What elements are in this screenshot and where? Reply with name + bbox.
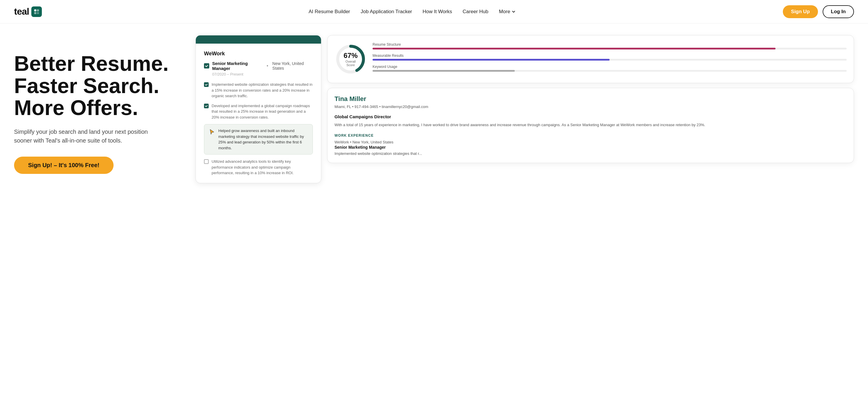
metric-bar-bg-2 xyxy=(373,59,847,61)
job-title: Senior Marketing Manager xyxy=(212,61,262,71)
score-circle-container: 67% Overall Score xyxy=(335,43,367,75)
hero-section: Better Resume. Faster Search. More Offer… xyxy=(0,23,868,228)
metric-bar-fill-3 xyxy=(373,70,515,72)
metric-bar-bg-3 xyxy=(373,70,847,72)
bullet-text-3: Helped grow awareness and built an inbou… xyxy=(218,128,308,151)
headline-line2: Faster Search. xyxy=(14,74,159,97)
chevron-down-icon xyxy=(511,9,516,14)
score-overall-label: Overall Score xyxy=(343,60,359,67)
bullet-text-2: Developed and implemented a global campa… xyxy=(212,103,313,120)
signup-button[interactable]: Sign Up xyxy=(783,5,818,18)
job-title-row: Senior Marketing Manager • New York, Uni… xyxy=(204,61,313,71)
logo-text: teal xyxy=(14,6,29,17)
nav-how-it-works[interactable]: How It Works xyxy=(423,9,452,14)
logo[interactable]: teal xyxy=(14,6,42,17)
nav-more-label: More xyxy=(499,9,510,14)
bullet-checkbox-empty xyxy=(204,159,209,164)
nav-career-hub[interactable]: Career Hub xyxy=(463,9,489,14)
hero-headline: Better Resume. Faster Search. More Offer… xyxy=(14,53,178,119)
profile-contact: Miami, FL • 917-494-3465 • tinamillernyc… xyxy=(335,104,847,109)
headline-line1: Better Resume. xyxy=(14,52,168,75)
svg-rect-0 xyxy=(34,9,36,11)
svg-rect-3 xyxy=(37,12,39,14)
hero-cta-button[interactable]: Sign Up! – It's 100% Free! xyxy=(14,157,114,174)
panel-header-bar xyxy=(196,35,321,43)
logo-icon xyxy=(31,6,42,17)
nav-links: AI Resume Builder Job Application Tracke… xyxy=(309,9,516,14)
metric-keyword-usage: Keyword Usage xyxy=(373,65,847,72)
svg-rect-2 xyxy=(34,12,36,14)
score-panel: 67% Overall Score Resume Structure Measu… xyxy=(327,35,854,83)
work-bullet: Implemented website optimization strateg… xyxy=(335,151,847,156)
bullet-text-1: Implemented website optimization strateg… xyxy=(212,82,313,99)
bullet-item-3-highlighted: Helped grow awareness and built an inbou… xyxy=(204,124,313,155)
bullet-item-4: Utilized advanced analytics tools to ide… xyxy=(204,159,313,176)
metric-label-3: Keyword Usage xyxy=(373,65,847,69)
work-role: Senior Marketing Manager xyxy=(335,145,847,150)
metric-label-2: Measurable Results xyxy=(373,54,847,58)
job-date: 07/2020 – Present xyxy=(212,72,313,77)
profile-summary: With a total of 15 years of experience i… xyxy=(335,122,847,128)
metric-label-1: Resume Structure xyxy=(373,42,847,47)
nav-job-tracker[interactable]: Job Application Tracker xyxy=(361,9,412,14)
hero-right: WeWork Senior Marketing Manager • New Yo… xyxy=(195,35,854,183)
bullet-text-4: Utilized advanced analytics tools to ide… xyxy=(212,159,313,176)
nav-ai-resume-builder[interactable]: AI Resume Builder xyxy=(309,9,350,14)
metric-bar-fill-1 xyxy=(373,48,776,50)
panel-body: WeWork Senior Marketing Manager • New Yo… xyxy=(196,43,321,183)
side-panels: 67% Overall Score Resume Structure Measu… xyxy=(327,35,854,183)
bullet-check-1 xyxy=(204,82,209,87)
login-button[interactable]: Log In xyxy=(823,5,854,18)
profile-job-title: Global Campaigns Director xyxy=(335,114,847,119)
company-name: WeWork xyxy=(204,51,313,57)
headline-line3: More Offers. xyxy=(14,96,138,119)
work-section-label: WORK EXPERIENCE xyxy=(335,133,847,138)
navbar: teal AI Resume Builder Job Application T… xyxy=(0,0,868,23)
work-company: WeWork • New York, United States xyxy=(335,140,847,144)
metric-bar-bg-1 xyxy=(373,48,847,50)
hero-subtext: Simplify your job search and land your n… xyxy=(14,127,155,145)
cursor-icon xyxy=(208,128,215,135)
metric-bar-fill-2 xyxy=(373,59,610,61)
bullet-item-2: Developed and implemented a global campa… xyxy=(204,103,313,120)
job-checkbox-checked xyxy=(204,63,209,68)
resume-editor-panel: WeWork Senior Marketing Manager • New Yo… xyxy=(195,35,321,183)
svg-rect-1 xyxy=(37,9,39,11)
score-center: 67% Overall Score xyxy=(343,52,359,67)
nav-more-dropdown[interactable]: More xyxy=(499,9,516,14)
metric-resume-structure: Resume Structure xyxy=(373,42,847,50)
profile-name: Tina Miller xyxy=(335,95,847,103)
metric-measurable-results: Measurable Results xyxy=(373,54,847,61)
hero-left: Better Resume. Faster Search. More Offer… xyxy=(14,41,178,174)
job-location: New York, United States xyxy=(273,61,313,70)
profile-panel: Tina Miller Miami, FL • 917-494-3465 • t… xyxy=(327,88,854,163)
bullet-item-1: Implemented website optimization strateg… xyxy=(204,82,313,99)
score-percentage: 67% xyxy=(343,52,359,60)
nav-actions: Sign Up Log In xyxy=(783,5,854,18)
bullet-check-2 xyxy=(204,103,209,108)
score-metrics: Resume Structure Measurable Results Keyw… xyxy=(373,42,847,76)
